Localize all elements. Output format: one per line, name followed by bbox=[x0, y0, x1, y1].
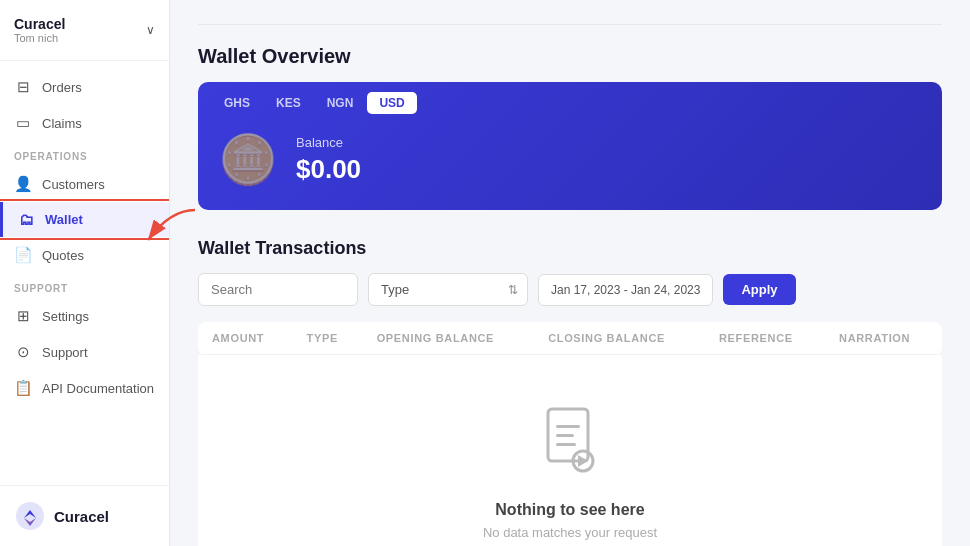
brand-name: Curacel bbox=[14, 16, 65, 32]
sidebar-item-label: API Documentation bbox=[42, 381, 154, 396]
table-header: AMOUNT TYPE OPENING BALANCE CLOSING BALA… bbox=[198, 322, 942, 355]
coin-icon: 🪙 bbox=[218, 132, 278, 188]
curacel-logo-icon bbox=[14, 500, 46, 532]
sidebar-item-customers[interactable]: 👤 Customers bbox=[0, 166, 169, 202]
sidebar-item-label: Customers bbox=[42, 177, 105, 192]
sidebar-item-label: Settings bbox=[42, 309, 89, 324]
col-closing-balance: CLOSING BALANCE bbox=[534, 322, 705, 355]
balance-label: Balance bbox=[296, 135, 361, 150]
date-range-filter[interactable]: Jan 17, 2023 - Jan 24, 2023 bbox=[538, 274, 713, 306]
sidebar-item-api-docs[interactable]: 📋 API Documentation bbox=[0, 370, 169, 406]
currency-tab-ghs[interactable]: GHS bbox=[212, 92, 262, 114]
top-divider bbox=[198, 24, 942, 25]
page-title: Wallet Overview bbox=[198, 45, 942, 68]
sidebar-item-claims[interactable]: ▭ Claims bbox=[0, 105, 169, 141]
sidebar-item-orders[interactable]: ⊟ Orders bbox=[0, 69, 169, 105]
wallet-icon: 🗂 bbox=[17, 211, 35, 228]
sidebar-item-label: Orders bbox=[42, 80, 82, 95]
type-select[interactable]: Type bbox=[368, 273, 528, 306]
customers-icon: 👤 bbox=[14, 175, 32, 193]
support-icon: ⊙ bbox=[14, 343, 32, 361]
section-support-label: SUPPORT bbox=[0, 273, 169, 298]
orders-icon: ⊟ bbox=[14, 78, 32, 96]
sidebar: Curacel Tom nich ∨ ⊟ Orders ▭ Claims OPE… bbox=[0, 0, 170, 546]
sidebar-item-settings[interactable]: ⊞ Settings bbox=[0, 298, 169, 334]
col-amount: AMOUNT bbox=[198, 322, 293, 355]
brand-info: Curacel Tom nich bbox=[14, 16, 65, 44]
col-narration: NARRATION bbox=[825, 322, 942, 355]
balance-amount: $0.00 bbox=[296, 154, 361, 185]
sidebar-item-quotes[interactable]: 📄 Quotes bbox=[0, 237, 169, 273]
type-select-wrapper: Type bbox=[368, 273, 528, 306]
sidebar-item-wallet[interactable]: 🗂 Wallet bbox=[0, 202, 169, 237]
col-opening-balance: OPENING BALANCE bbox=[363, 322, 535, 355]
currency-tabs: GHS KES NGN USD bbox=[198, 82, 942, 114]
filters-row: Type Jan 17, 2023 - Jan 24, 2023 Apply bbox=[198, 273, 942, 306]
quotes-icon: 📄 bbox=[14, 246, 32, 264]
svg-rect-4 bbox=[556, 434, 574, 437]
sidebar-item-label: Claims bbox=[42, 116, 82, 131]
wallet-balance-section: 🪙 Balance $0.00 bbox=[198, 114, 942, 210]
currency-tab-usd[interactable]: USD bbox=[367, 92, 416, 114]
col-type: TYPE bbox=[293, 322, 363, 355]
settings-icon: ⊞ bbox=[14, 307, 32, 325]
transactions-table: AMOUNT TYPE OPENING BALANCE CLOSING BALA… bbox=[198, 322, 942, 355]
currency-tab-ngn[interactable]: NGN bbox=[315, 92, 366, 114]
transactions-title: Wallet Transactions bbox=[198, 238, 942, 259]
svg-rect-5 bbox=[556, 443, 576, 446]
sidebar-header[interactable]: Curacel Tom nich ∨ bbox=[0, 0, 169, 61]
main-content: Wallet Overview GHS KES NGN USD 🪙 Balanc… bbox=[170, 0, 970, 546]
sidebar-item-label: Quotes bbox=[42, 248, 84, 263]
brand-subtitle: Tom nich bbox=[14, 32, 65, 44]
apply-button[interactable]: Apply bbox=[723, 274, 795, 305]
section-operations-label: OPERATIONS bbox=[0, 141, 169, 166]
wallet-card: GHS KES NGN USD 🪙 Balance $0.00 bbox=[198, 82, 942, 210]
sidebar-nav: ⊟ Orders ▭ Claims OPERATIONS 👤 Customers… bbox=[0, 61, 169, 485]
chevron-down-icon: ∨ bbox=[146, 23, 155, 37]
empty-subtitle: No data matches your request bbox=[483, 525, 657, 540]
curacel-logo-text: Curacel bbox=[54, 508, 109, 525]
col-reference: REFERENCE bbox=[705, 322, 825, 355]
currency-tab-kes[interactable]: KES bbox=[264, 92, 313, 114]
empty-document-icon bbox=[540, 405, 600, 487]
balance-info: Balance $0.00 bbox=[296, 135, 361, 185]
search-input[interactable] bbox=[198, 273, 358, 306]
empty-title: Nothing to see here bbox=[495, 501, 644, 519]
sidebar-footer: Curacel bbox=[0, 485, 169, 546]
api-docs-icon: 📋 bbox=[14, 379, 32, 397]
sidebar-item-label: Wallet bbox=[45, 212, 83, 227]
claims-icon: ▭ bbox=[14, 114, 32, 132]
sidebar-item-label: Support bbox=[42, 345, 88, 360]
empty-state: Nothing to see here No data matches your… bbox=[198, 355, 942, 546]
svg-rect-3 bbox=[556, 425, 580, 428]
sidebar-item-support[interactable]: ⊙ Support bbox=[0, 334, 169, 370]
